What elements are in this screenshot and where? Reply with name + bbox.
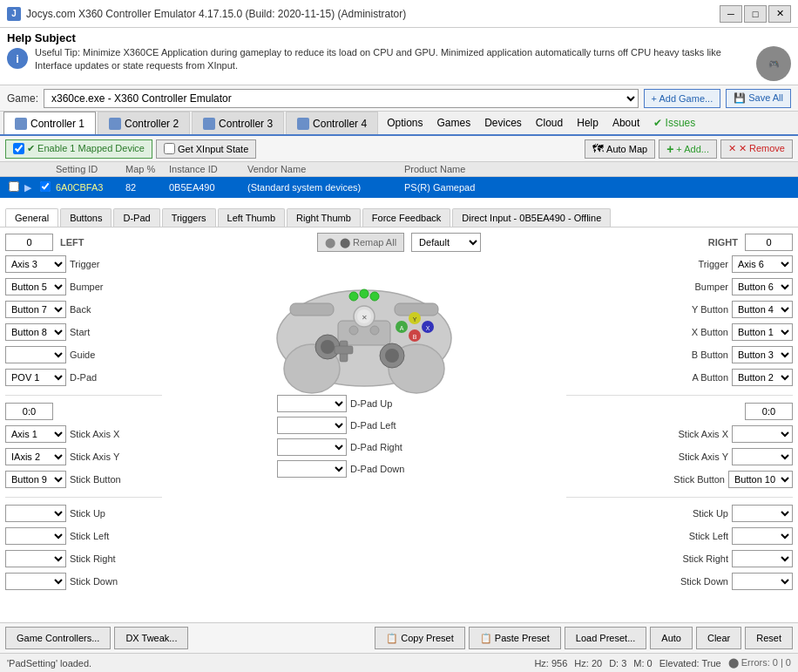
load-preset-button[interactable]: Load Preset... [565, 627, 647, 649]
menu-help[interactable]: Help [570, 112, 605, 134]
left-stickbtn-row: Button 9 Stick Button [5, 471, 162, 488]
right-stickaxisy-row: Stick Axis Y [566, 448, 793, 465]
left-bumper-select[interactable]: Button 5 [5, 278, 66, 295]
clear-button[interactable]: Clear [696, 627, 741, 649]
left-stickleft-select[interactable] [5, 527, 66, 545]
right-stickup-select[interactable] [732, 505, 793, 522]
tab-controller1[interactable]: Controller 1 [3, 112, 96, 134]
left-guide-row: Guide [5, 346, 162, 363]
maximize-button[interactable]: □ [744, 5, 767, 23]
header-product-name: Product Name [401, 164, 469, 174]
paste-preset-button[interactable]: 📋 Paste Preset [469, 627, 561, 649]
right-b-select[interactable]: Button 3 [732, 346, 793, 363]
left-stickaxisy-select[interactable]: IAxis 2 [5, 448, 66, 465]
device-setting-id: 6A0CBFA3 [52, 182, 122, 193]
left-stickbtn-select[interactable]: Button 9 [5, 471, 66, 488]
preset-select[interactable]: Default [411, 233, 481, 252]
menu-issues[interactable]: ✔ Issues [646, 112, 702, 134]
enable-mapped-device-button[interactable]: ✔ Enable 1 Mapped Device [5, 139, 152, 159]
right-stickbtn-select[interactable]: Button 10 [728, 471, 793, 488]
left-start-row: Button 8 Start [5, 323, 162, 341]
tab-controller2[interactable]: Controller 2 [98, 112, 190, 134]
menu-devices[interactable]: Devices [477, 112, 529, 134]
device-row-checkbox[interactable] [9, 181, 19, 192]
auto-map-button[interactable]: 🗺 Auto Map [585, 139, 655, 159]
dpad-right-select[interactable] [277, 438, 347, 456]
menu-about[interactable]: About [605, 112, 646, 134]
copy-preset-button[interactable]: 📋 Copy Preset [375, 627, 465, 649]
subtab-triggers[interactable]: Triggers [162, 208, 216, 227]
minimize-button[interactable]: ─ [720, 5, 742, 23]
dpad-up-row: D-Pad Up [277, 395, 451, 412]
right-x-select[interactable]: Button 1 [732, 323, 793, 341]
game-select[interactable]: x360ce.exe - X360 Controller Emulator [44, 89, 639, 108]
menu-options[interactable]: Options [380, 112, 429, 134]
svg-text:Y: Y [413, 316, 417, 322]
left-stickaxisy-row: IAxis 2 Stick Axis Y [5, 448, 162, 465]
close-button[interactable]: ✕ [768, 5, 791, 23]
left-start-select[interactable]: Button 8 [5, 323, 66, 341]
right-stickleft-select[interactable] [732, 527, 793, 545]
left-stickright-select[interactable] [5, 550, 66, 567]
left-stick-axis-input[interactable]: 0:0 [5, 403, 53, 420]
left-guide-select[interactable] [5, 346, 66, 363]
right-stickdown-select[interactable] [732, 573, 793, 590]
main-menu: Controller 1 Controller 2 Controller 3 C… [0, 112, 798, 136]
dpad-down-select[interactable] [277, 460, 347, 478]
right-stickright-select[interactable] [732, 550, 793, 567]
right-a-row: A Button Button 2 [566, 369, 793, 386]
right-bumper-select[interactable]: Button 6 [732, 278, 793, 295]
subtab-general[interactable]: General [5, 208, 58, 227]
left-stickbtn-label: Stick Button [70, 474, 131, 485]
left-dpad-select[interactable]: POV 1 [5, 369, 66, 386]
right-stick-axis-input[interactable]: 0:0 [745, 403, 793, 420]
left-stickaxisy-label: Stick Axis Y [70, 451, 131, 462]
controller-image: ✕ B X [260, 255, 469, 395]
get-xinput-button[interactable]: Get XInput State [156, 139, 256, 159]
left-stickdown-select[interactable] [5, 573, 66, 590]
left-column: Axis 3 Trigger Button 5 Bumper Button 7 … [5, 255, 162, 592]
subtab-rightthumb[interactable]: Right Thumb [287, 208, 361, 227]
device-row[interactable]: ▶ 6A0CBFA3 82 0B5EA490 (Standard system … [0, 177, 798, 198]
tab-controller3[interactable]: Controller 3 [192, 112, 284, 134]
right-axis-input[interactable]: 0 [745, 234, 793, 251]
left-trigger-select[interactable]: Axis 3 [5, 255, 66, 273]
right-stickaxisx-select[interactable] [732, 425, 793, 443]
subtab-buttons[interactable]: Buttons [60, 208, 112, 227]
left-stickaxisx-select[interactable]: Axis 1 [5, 425, 66, 443]
dpad-up-select[interactable] [277, 395, 347, 412]
dpad-left-select[interactable] [277, 417, 347, 434]
left-stickdown-row: Stick Down [5, 573, 162, 590]
dx-tweak-button[interactable]: DX Tweak... [114, 627, 188, 649]
save-all-button[interactable]: 💾 Save All [726, 89, 791, 108]
remap-all-button[interactable]: ⬤ ⬤ Remap All [317, 233, 404, 252]
left-dpad-row: POV 1 D-Pad [5, 369, 162, 386]
tab-controller4[interactable]: Controller 4 [286, 112, 378, 134]
status-hz20: Hz: 20 [574, 658, 602, 669]
right-y-select[interactable]: Button 4 [732, 301, 793, 318]
subtab-forcefeedback[interactable]: Force Feedback [362, 208, 450, 227]
left-title: LEFT [60, 237, 95, 248]
menu-games[interactable]: Games [429, 112, 477, 134]
subtab-dpad[interactable]: D-Pad [113, 208, 159, 227]
right-a-select[interactable]: Button 2 [732, 369, 793, 386]
add-device-button[interactable]: + + Add... [659, 139, 717, 159]
device-enabled-checkbox[interactable] [40, 181, 51, 192]
right-stickaxisy-select[interactable] [732, 448, 793, 465]
reset-button[interactable]: Reset [745, 627, 793, 649]
remove-device-button[interactable]: ✕ ✕ Remove [720, 139, 793, 159]
toolbar: ✔ Enable 1 Mapped Device Get XInput Stat… [0, 136, 798, 162]
right-bumper-row: Bumper Button 6 [566, 278, 793, 295]
menu-cloud[interactable]: Cloud [529, 112, 570, 134]
add-game-button[interactable]: + Add Game... [644, 89, 721, 108]
left-stickup-select[interactable] [5, 505, 66, 522]
xinput-checkbox[interactable] [164, 143, 175, 154]
subtab-leftthumb[interactable]: Left Thumb [218, 208, 285, 227]
right-trigger-select[interactable]: Axis 6 [732, 255, 793, 273]
enable-checkbox[interactable] [13, 143, 24, 154]
subtab-directinput[interactable]: Direct Input - 0B5EA490 - Offline [452, 208, 611, 227]
auto-button[interactable]: Auto [650, 627, 693, 649]
left-axis-input[interactable]: 0 [5, 234, 53, 251]
left-back-select[interactable]: Button 7 [5, 301, 66, 318]
game-controllers-button[interactable]: Game Controllers... [5, 627, 111, 649]
